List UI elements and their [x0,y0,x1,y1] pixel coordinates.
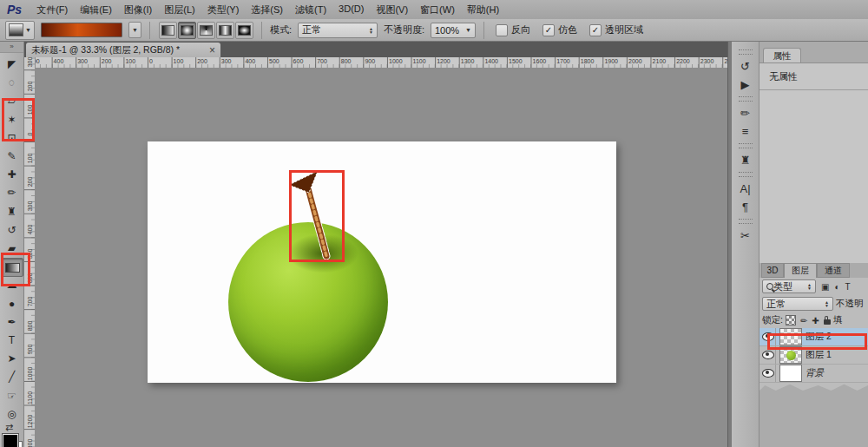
menu-item[interactable]: 窗口(W) [414,3,461,16]
history-brush-tool[interactable]: ↺ [2,221,22,239]
actions-panel-icon[interactable]: ▶ [734,76,757,94]
option-checkbox[interactable]: ✓仿色 [542,23,577,36]
document-canvas[interactable] [148,141,616,383]
menu-item[interactable]: 视图(V) [370,3,414,16]
crop-tool[interactable]: ⊡ [2,129,22,147]
tool-presets-panel-icon[interactable]: ✂ [734,227,757,245]
gradient-type-diamond[interactable] [235,22,253,39]
eyedropper-tool[interactable]: ✎ [2,148,22,165]
gradient-type-radial[interactable] [178,22,196,39]
zoom-tool[interactable]: ◎ [2,405,22,423]
checkbox-box[interactable]: ✓ [542,24,555,36]
lock-transparent-icon[interactable] [786,315,796,325]
filter-adjustment-icon[interactable]: ◐ [834,282,839,292]
paragraph-panel-icon[interactable]: ¶ [734,198,757,216]
menu-item[interactable]: 类型(Y) [201,3,246,16]
gradient-preview[interactable] [41,23,122,37]
character-panel-icon[interactable]: A| [734,180,757,198]
layer-name: 背景 [806,367,824,379]
filter-label: 类型 [773,280,792,293]
history-panel-icon[interactable]: ↺ [734,57,757,76]
option-checkbox[interactable]: 反向 [496,23,530,36]
line-tool-icon: ╱ [9,371,15,382]
smudge-tool[interactable]: ☁ [2,276,22,293]
tool-preset-icon [9,23,23,36]
ruler-label: 1500 [509,58,523,64]
brush-panel-icon[interactable]: ✏ [734,104,757,122]
brush-presets-panel-icon[interactable]: ≡ [734,122,757,141]
document-tab[interactable]: 未标题-1 @ 33.3% (图层 2, RGB/8) * × [26,43,220,57]
type-tool[interactable]: T [2,332,22,349]
option-checkbox[interactable]: ✓透明区域 [589,23,643,36]
ruler-label: 1700 [556,58,570,64]
search-icon [766,283,773,290]
move-tool-icon: ◤ [8,59,16,69]
gradient-type-reflected[interactable] [216,22,234,39]
menu-item[interactable]: 图层(L) [158,3,201,16]
tab-channels[interactable]: 通道 [817,263,850,278]
lock-paint-icon[interactable]: ✏ [800,316,807,325]
marquee-tool[interactable]: ◌ [2,74,22,91]
menu-item[interactable]: 3D(D) [332,3,370,16]
ruler-label: 1000 [389,58,403,64]
lock-move-icon[interactable]: ✚ [812,316,819,325]
layer-row[interactable]: 图层 2 [760,328,868,346]
close-icon[interactable]: × [209,45,215,56]
canvas-viewport[interactable] [36,69,727,447]
gradient-tool[interactable] [2,258,23,277]
checkbox-box[interactable]: ✓ [589,24,602,36]
layer-filter-select[interactable]: 类型 ▲▼ [762,279,816,293]
dodge-tool[interactable]: ● [2,295,22,312]
line-tool[interactable]: ╱ [2,368,22,385]
gradient-picker-arrow[interactable]: ▼ [128,22,141,38]
visibility-toggle[interactable] [761,328,776,345]
tab-3d[interactable]: 3D [761,263,784,278]
pen-tool-icon: ✒ [7,317,16,327]
healing-brush-tool[interactable]: ✚ [2,166,22,183]
pen-tool[interactable]: ✒ [2,313,22,331]
menu-items: 文件(F)编辑(E)图像(I)图层(L)类型(Y)选择(S)滤镜(T)3D(D)… [30,3,505,16]
filter-type-icon[interactable]: T [845,282,851,292]
eraser-tool[interactable]: ▰ [2,240,22,257]
gradient-type-swatch [200,25,213,36]
layer-row[interactable]: 背景 [760,365,868,383]
gradient-type-angle[interactable] [197,22,215,39]
swap-colors-icon[interactable]: ⇄ [5,422,13,433]
tool-preset-picker[interactable]: ▼ [5,21,35,40]
properties-panel: 无属性 [760,62,868,263]
lasso-tool[interactable]: ▱ [2,92,22,109]
gradient-type-linear[interactable] [159,22,177,39]
blend-mode-select[interactable]: 正常 ▲▼ [298,23,378,38]
menu-item[interactable]: 滤镜(T) [289,3,332,16]
menu-item[interactable]: 帮助(H) [461,3,505,16]
checkbox-box[interactable] [496,24,508,36]
move-tool[interactable]: ◤ [2,56,22,73]
layer-blend-mode-select[interactable]: 正常 ▲▼ [762,297,833,311]
path-select-tool[interactable]: ➤ [2,350,22,367]
visibility-toggle[interactable] [761,346,776,364]
gradient-type-swatch [181,25,194,36]
opacity-select[interactable]: 100% ▼ [431,23,476,38]
tab-properties[interactable]: 属性 [763,48,801,63]
menu-item[interactable]: 编辑(E) [74,3,118,16]
filter-pixel-icon[interactable]: ▣ [821,282,829,292]
layer-row[interactable]: 图层 1 [760,346,868,365]
eyedropper-tool-icon: ✎ [7,151,16,161]
tab-layers[interactable]: 图层 [784,263,817,278]
ruler-label: 400 [245,58,255,64]
menu-item[interactable]: 选择(S) [245,3,289,16]
lock-all-icon[interactable] [824,319,831,325]
clone-stamp-tool[interactable]: ♜ [2,203,22,220]
foreground-color-swatch[interactable] [3,434,18,447]
toolbar-collapse-button[interactable]: » [0,42,23,53]
brush-tool[interactable]: ✏ [2,184,22,201]
magic-wand-tool[interactable]: ✶ [2,111,22,128]
menu-item[interactable]: 文件(F) [30,3,74,16]
menu-item[interactable]: 图像(I) [118,3,158,16]
ruler-label: 600 [27,269,33,286]
visibility-toggle[interactable] [761,365,776,382]
chevron-down-icon: ▼ [465,27,471,33]
layer-thumbnail [779,365,802,382]
hand-tool[interactable]: ☞ [2,387,22,404]
clone-source-panel-icon[interactable]: ♜ [734,151,757,169]
